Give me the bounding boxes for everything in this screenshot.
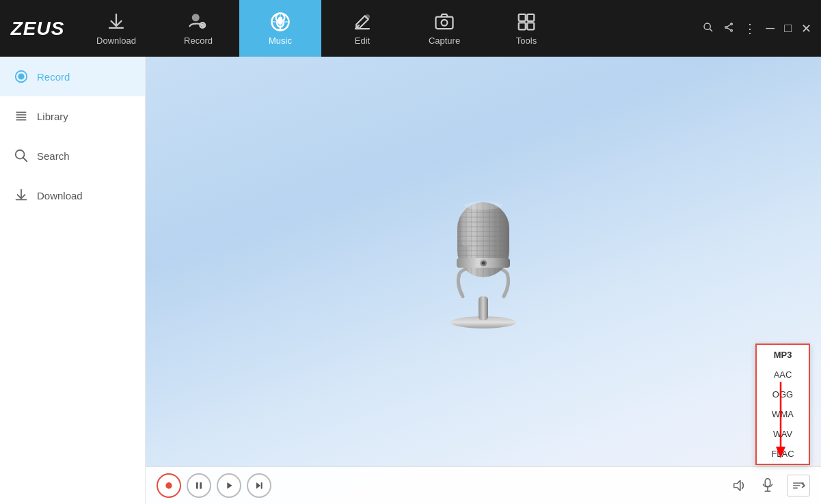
- svg-point-14: [731, 23, 733, 25]
- nav-tab-record[interactable]: Record: [157, 0, 239, 57]
- right-controls: MP3 AAC OGG WMA WAV FLAC: [729, 475, 810, 496]
- nav-tab-edit-label: Edit: [355, 36, 370, 46]
- svg-point-51: [482, 261, 485, 264]
- pause-button[interactable]: [187, 473, 211, 498]
- svg-point-8: [442, 19, 448, 25]
- volume-icon[interactable]: [729, 476, 749, 495]
- nav-tabs: Download Record: [75, 0, 703, 57]
- format-option-mp3[interactable]: MP3: [757, 345, 809, 365]
- svg-rect-10: [527, 14, 534, 20]
- minimize-icon[interactable]: ─: [766, 21, 775, 36]
- nav-tab-capture-label: Capture: [429, 36, 460, 46]
- svg-rect-27: [479, 296, 488, 320]
- sidebar-item-download[interactable]: Download: [0, 176, 145, 215]
- nav-tab-music-label: Music: [269, 36, 292, 46]
- nav-tab-download[interactable]: Download: [75, 0, 157, 57]
- svg-point-6: [366, 15, 369, 18]
- play-button[interactable]: [217, 473, 241, 498]
- nav-tab-capture[interactable]: Capture: [403, 0, 485, 57]
- titlebar-controls: ⋮ ─ □ ✕: [703, 21, 821, 36]
- svg-point-16: [731, 29, 733, 31]
- svg-line-17: [727, 25, 731, 27]
- titlebar: ZEUS Download Record: [0, 0, 821, 57]
- search-icon[interactable]: [703, 22, 714, 36]
- svg-rect-53: [461, 209, 470, 247]
- sidebar-item-library[interactable]: Library: [0, 96, 145, 136]
- svg-rect-12: [527, 23, 534, 29]
- nav-tab-edit[interactable]: Edit: [321, 0, 403, 57]
- svg-rect-58: [765, 479, 770, 487]
- svg-rect-57: [261, 482, 263, 488]
- sidebar-download-label: Download: [37, 190, 83, 201]
- svg-line-18: [727, 27, 731, 29]
- skip-button[interactable]: [247, 473, 271, 498]
- microphone-image: [415, 188, 552, 332]
- svg-point-2: [202, 24, 204, 26]
- svg-point-15: [725, 26, 727, 28]
- svg-point-13: [704, 23, 710, 29]
- svg-point-20: [18, 74, 23, 79]
- nav-tab-music[interactable]: Music: [239, 0, 321, 57]
- format-selector-button[interactable]: [787, 475, 810, 496]
- svg-point-0: [193, 14, 199, 20]
- nav-tab-tools-label: Tools: [516, 36, 537, 46]
- playback-controls: [157, 473, 271, 498]
- main-content: [146, 57, 821, 504]
- svg-rect-11: [519, 23, 526, 29]
- bottom-bar: MP3 AAC OGG WMA WAV FLAC: [146, 466, 821, 504]
- sidebar-library-label: Library: [37, 111, 68, 122]
- sidebar-item-search[interactable]: Search: [0, 136, 145, 176]
- share-icon[interactable]: [723, 22, 734, 36]
- nav-tab-download-label: Download: [96, 36, 136, 46]
- close-icon[interactable]: ✕: [801, 21, 811, 36]
- red-arrow-indicator: [770, 382, 791, 464]
- svg-rect-55: [196, 482, 198, 488]
- svg-rect-7: [436, 16, 453, 29]
- sidebar-item-record[interactable]: Record: [0, 57, 145, 96]
- record-button[interactable]: [157, 473, 181, 498]
- svg-rect-56: [200, 482, 202, 488]
- svg-rect-9: [519, 14, 526, 20]
- sidebar: Record Library Search Download: [0, 57, 146, 504]
- nav-tab-record-label: Record: [184, 36, 213, 46]
- maximize-icon[interactable]: □: [784, 21, 792, 36]
- nav-tab-tools[interactable]: Tools: [485, 0, 567, 57]
- mic-input-icon[interactable]: [758, 476, 777, 495]
- sidebar-search-label: Search: [37, 150, 70, 162]
- app-logo: ZEUS: [0, 18, 75, 40]
- more-icon[interactable]: ⋮: [744, 21, 756, 36]
- svg-point-52: [464, 201, 502, 210]
- sidebar-record-label: Record: [37, 71, 70, 83]
- svg-point-54: [165, 482, 172, 488]
